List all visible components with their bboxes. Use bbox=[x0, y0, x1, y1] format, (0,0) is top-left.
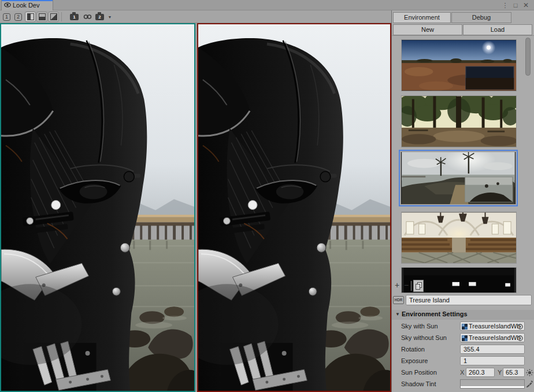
single-view-1-button[interactable]: 1 bbox=[1, 12, 12, 22]
camera-options-dropdown[interactable]: ▼ bbox=[106, 12, 113, 22]
duplicate-environment-button[interactable] bbox=[413, 280, 424, 292]
sunny-arid-panorama-image bbox=[402, 40, 516, 91]
scrollbar-thumb[interactable] bbox=[525, 38, 531, 76]
exposure-label: Exposure bbox=[401, 357, 428, 364]
sky-with-sun-row: Sky with Sun TreasureIslandWh bbox=[392, 321, 534, 332]
environment-settings-header[interactable]: ▼ Environment Settings bbox=[392, 310, 534, 320]
camera-1-button[interactable]: 1 bbox=[69, 12, 80, 22]
sun-x-axis-label: X bbox=[460, 369, 464, 376]
titlebar: Look Dev ⋮ □ ✕ bbox=[0, 0, 534, 10]
sun-icon bbox=[526, 369, 533, 376]
tab-debug[interactable]: Debug bbox=[451, 12, 511, 23]
foldout-triangle-icon: ▼ bbox=[395, 312, 400, 317]
sun-x-field[interactable]: 260.3 bbox=[466, 368, 495, 377]
env-thumbnail-treasure-island-selected[interactable] bbox=[399, 150, 518, 206]
shadow-tint-swatch[interactable] bbox=[460, 379, 525, 389]
settings-header-label: Environment Settings bbox=[402, 310, 468, 317]
split-vertical-icon bbox=[27, 13, 34, 20]
camera-2-icon: 2 bbox=[95, 14, 104, 20]
add-environment-button[interactable]: + bbox=[392, 280, 402, 291]
environment-panel: Environment Debug New Load bbox=[392, 10, 534, 392]
view-2-label: 2 bbox=[14, 13, 22, 21]
sun-y-axis-label: Y bbox=[498, 369, 502, 376]
sun-y-field[interactable]: 65.3 bbox=[503, 368, 525, 377]
env-list-actions: + − bbox=[392, 280, 534, 293]
lookdev-render-1 bbox=[1, 24, 194, 391]
split-diagonal-icon bbox=[50, 13, 57, 20]
sky-without-sun-row: Sky without Sun TreasureIslandWh bbox=[392, 332, 534, 344]
link-icon bbox=[83, 14, 92, 20]
church-interior-panorama-image bbox=[402, 212, 516, 263]
toolbar-separator bbox=[61, 12, 62, 21]
lookdev-render-2 bbox=[198, 24, 390, 391]
hdr-badge: HDR bbox=[393, 296, 404, 304]
env-list-scrollbar[interactable] bbox=[524, 36, 532, 304]
active-tab-accent bbox=[2, 0, 53, 1]
shadow-tint-alpha-bar bbox=[461, 386, 524, 388]
cubemap-asset-icon bbox=[462, 324, 468, 330]
lookdev-window: Look Dev ⋮ □ ✕ 1 2 bbox=[0, 0, 534, 392]
tab-environment[interactable]: Environment bbox=[393, 12, 451, 23]
camera-1-icon: 1 bbox=[70, 14, 79, 20]
sky-without-sun-value: TreasureIslandWh bbox=[469, 334, 520, 341]
exposure-field[interactable]: 1 bbox=[460, 356, 525, 365]
env-thumbnail-church[interactable] bbox=[401, 212, 517, 264]
list-top-shadow bbox=[392, 35, 534, 36]
split-horizontal-icon bbox=[39, 13, 46, 20]
rotation-field[interactable]: 355.4 bbox=[460, 345, 525, 354]
sky-with-sun-value: TreasureIslandWh bbox=[469, 323, 520, 330]
treasure-island-panorama-image bbox=[401, 152, 516, 204]
lookdev-view-2[interactable] bbox=[197, 23, 391, 392]
sun-position-label: Sun Position bbox=[401, 369, 437, 376]
camera-2-button[interactable]: 2 bbox=[94, 12, 105, 22]
hdr-name-field[interactable]: Tresure Island bbox=[406, 295, 532, 305]
shadow-tint-row: Shadow Tint bbox=[392, 379, 534, 390]
env-thumbnail-sunny-arid[interactable] bbox=[401, 39, 517, 91]
remove-environment-button[interactable]: − bbox=[402, 280, 411, 291]
zone-view-button[interactable] bbox=[48, 12, 59, 22]
cubemap-asset-icon bbox=[462, 335, 468, 341]
exposure-row: Exposure 1 bbox=[392, 356, 534, 367]
side-by-side-view-button[interactable] bbox=[25, 12, 36, 22]
listbar-separator bbox=[411, 281, 411, 291]
tab-look-dev[interactable]: Look Dev bbox=[1, 0, 53, 10]
object-picker-icon[interactable] bbox=[517, 323, 524, 330]
sky-with-sun-object-field[interactable]: TreasureIslandWh bbox=[460, 321, 525, 331]
env-thumbnail-forest[interactable] bbox=[401, 95, 517, 147]
sky-without-sun-object-field[interactable]: TreasureIslandWh bbox=[460, 333, 525, 342]
tab-label: Look Dev bbox=[13, 2, 39, 9]
lookdev-view-1[interactable] bbox=[0, 23, 195, 392]
chevron-down-icon: ▼ bbox=[108, 15, 112, 19]
environment-settings-section: ▼ Environment Settings Sky with Sun Trea… bbox=[392, 310, 534, 392]
duplicate-icon bbox=[416, 282, 422, 290]
single-view-2-button[interactable]: 2 bbox=[13, 12, 24, 22]
new-button[interactable]: New bbox=[393, 24, 462, 35]
shadow-tint-label: Shadow Tint bbox=[401, 380, 436, 387]
split-view-button[interactable] bbox=[36, 12, 47, 22]
pick-sun-button[interactable] bbox=[525, 368, 533, 376]
close-icon[interactable]: ✕ bbox=[521, 1, 531, 10]
link-cameras-button[interactable] bbox=[82, 12, 93, 22]
selected-thumbnail-frame bbox=[400, 151, 516, 205]
load-button[interactable]: Load bbox=[463, 24, 532, 35]
view-1-label: 1 bbox=[3, 13, 10, 21]
eyedropper-button[interactable] bbox=[525, 380, 533, 388]
sun-position-row: Sun Position X 260.3 Y 65.3 bbox=[392, 367, 534, 379]
sky-without-sun-label: Sky without Sun bbox=[401, 334, 447, 341]
rotation-label: Rotation bbox=[401, 346, 425, 353]
eyedropper-icon bbox=[526, 380, 533, 387]
sky-with-sun-label: Sky with Sun bbox=[401, 323, 438, 330]
maximize-icon[interactable]: □ bbox=[511, 1, 520, 10]
forest-panorama-image bbox=[402, 96, 516, 147]
window-menu-icon[interactable]: ⋮ bbox=[500, 1, 510, 10]
rotation-row: Rotation 355.4 bbox=[392, 344, 534, 356]
eye-icon bbox=[4, 2, 11, 8]
hdr-name-row: HDR Tresure Island bbox=[392, 294, 534, 307]
object-picker-icon[interactable] bbox=[517, 335, 524, 342]
